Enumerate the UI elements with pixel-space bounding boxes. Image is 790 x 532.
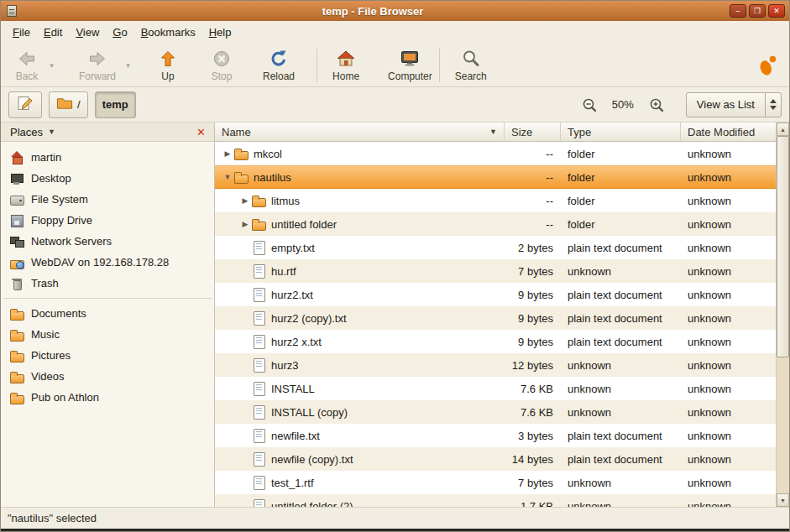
menu-file[interactable]: File	[6, 23, 37, 42]
location-bar: / temp 50% View as List	[1, 87, 789, 123]
file-row-mkcol[interactable]: ▶mkcol--folderunknown	[215, 142, 776, 165]
titlebar[interactable]: temp - File Browser – ❐ ✕	[1, 1, 789, 21]
file-modified: unknown	[681, 189, 776, 212]
sidebar-item-videos[interactable]: Videos	[1, 366, 214, 387]
content-area: Places ▼ ✕ martinDesktopFile SystemFlopp…	[1, 123, 789, 507]
file-name: empty.txt	[271, 242, 315, 254]
places-header: Places ▼ ✕	[1, 123, 214, 142]
expand-expander-icon[interactable]: ▶	[238, 220, 252, 228]
file-modified: unknown	[681, 259, 776, 283]
text-file-icon	[252, 429, 266, 442]
sidebar-item-label: Network Servers	[31, 235, 112, 248]
text-file-icon	[252, 499, 266, 507]
scroll-up-button[interactable]: ▲	[777, 123, 789, 136]
zoom-in-button[interactable]	[646, 96, 667, 113]
menu-view[interactable]: View	[69, 23, 106, 42]
file-row-newfile-txt[interactable]: newfile.txt3 bytesplain text documentunk…	[215, 424, 776, 447]
file-name: untitled folder (2)	[271, 500, 353, 508]
text-file-icon	[252, 241, 266, 254]
places-dropdown[interactable]: Places ▼	[7, 125, 59, 139]
file-row-litmus[interactable]: ▶litmus--folderunknown	[215, 189, 776, 212]
root-path-label: /	[77, 98, 81, 111]
window-title: temp - File Browser	[18, 5, 727, 18]
places-sidebar: Places ▼ ✕ martinDesktopFile SystemFlopp…	[1, 123, 215, 507]
close-button[interactable]: ✕	[768, 4, 785, 18]
scrollbar-thumb[interactable]	[777, 136, 789, 357]
toggle-location-entry-button[interactable]	[8, 91, 42, 118]
file-name: INSTALL (copy)	[271, 406, 348, 419]
file-row-empty-txt[interactable]: empty.txt2 bytesplain text documentunkno…	[215, 236, 776, 259]
file-type: folder	[561, 166, 681, 188]
file-size: 1.7 KB	[505, 494, 561, 507]
file-size: --	[505, 212, 561, 236]
menu-bookmarks[interactable]: Bookmarks	[134, 23, 202, 42]
file-browser-window: temp - File Browser – ❐ ✕ FileEditViewGo…	[0, 0, 790, 532]
file-type: unknown	[561, 400, 681, 424]
view-mode-dropdown[interactable]: View as List	[686, 92, 782, 117]
file-row-hurz2-copy-txt[interactable]: hurz2 (copy).txt9 bytesplain text docume…	[215, 306, 776, 330]
column-header-size[interactable]: Size	[505, 123, 561, 142]
file-modified: unknown	[681, 447, 776, 471]
reload-button[interactable]: Reload	[256, 47, 301, 84]
sidebar-item-file-system[interactable]: File System	[1, 189, 214, 210]
file-row-hurz2-x-txt[interactable]: hurz2 x.txt9 bytesplain text documentunk…	[215, 330, 776, 353]
file-row-untitled-folder[interactable]: ▶untitled folder--folderunknown	[215, 212, 776, 236]
sidebar-item-desktop[interactable]: Desktop	[1, 168, 214, 189]
file-row-hu-rtf[interactable]: hu.rtf7 bytesunknownunknown	[215, 259, 776, 283]
vertical-scrollbar[interactable]: ▲ ▼	[776, 123, 789, 507]
menu-help[interactable]: Help	[202, 23, 238, 42]
column-header-type[interactable]: Type	[561, 123, 681, 142]
maximize-button[interactable]: ❐	[749, 4, 766, 18]
file-modified: unknown	[681, 166, 776, 188]
sidebar-item-pictures[interactable]: Pictures	[1, 345, 214, 366]
sidebar-item-webdav-on-192-168-178-28[interactable]: WebDAV on 192.168.178.28	[1, 252, 214, 273]
file-row-nautilus[interactable]: ▼nautilus--folderunknown	[215, 165, 776, 189]
scroll-down-button[interactable]: ▼	[777, 493, 789, 507]
window-menu-icon[interactable]	[5, 4, 18, 18]
statusbar: "nautilus" selected	[1, 507, 789, 529]
sidebar-item-music[interactable]: Music	[1, 324, 214, 345]
computer-button[interactable]: Computer	[381, 47, 439, 84]
file-row-test-1-rtf[interactable]: test_1.rtf7 bytesunknownunknown	[215, 471, 776, 494]
text-file-icon	[252, 405, 266, 419]
file-row-newfile-copy-txt[interactable]: newfile (copy).txt14 bytesplain text doc…	[215, 447, 776, 471]
sidebar-item-martin[interactable]: martin	[1, 147, 214, 168]
expand-expander-icon[interactable]: ▶	[221, 149, 234, 158]
up-button[interactable]: Up	[149, 47, 187, 84]
file-name: hurz2.txt	[271, 289, 313, 301]
sidebar-item-label: Desktop	[31, 172, 71, 185]
file-row-untitled-folder-2-[interactable]: untitled folder (2)1.7 KBunknownunknown	[215, 494, 776, 507]
home-button[interactable]: Home	[326, 47, 366, 84]
file-row-install[interactable]: INSTALL7.6 KBunknownunknown	[215, 377, 776, 400]
close-sidebar-button[interactable]: ✕	[194, 126, 208, 138]
expand-expander-icon[interactable]: ▶	[238, 196, 252, 205]
sidebar-item-floppy-drive[interactable]: Floppy Drive	[1, 210, 214, 231]
collapse-expander-icon[interactable]: ▼	[221, 173, 234, 181]
minimize-button[interactable]: –	[730, 4, 746, 18]
current-folder-button[interactable]: temp	[95, 91, 136, 118]
sidebar-item-pub-on-athlon[interactable]: Pub on Athlon	[1, 387, 214, 408]
file-row-hurz2-txt[interactable]: hurz2.txt9 bytesplain text documentunkno…	[215, 283, 776, 306]
zoom-out-button[interactable]	[578, 96, 600, 113]
file-row-install-copy-[interactable]: INSTALL (copy)7.6 KBunknownunknown	[215, 400, 776, 424]
file-name: hurz2 x.txt	[271, 336, 322, 348]
root-folder-button[interactable]: /	[49, 91, 88, 118]
sidebar-item-label: Floppy Drive	[31, 214, 92, 227]
sidebar-item-label: WebDAV on 192.168.178.28	[31, 256, 169, 269]
file-name: hurz2 (copy).txt	[271, 312, 347, 325]
desktop-icon	[10, 172, 24, 185]
file-modified: unknown	[681, 283, 776, 306]
back-arrow-icon	[17, 49, 37, 70]
sidebar-item-documents[interactable]: Documents	[1, 303, 214, 324]
column-header-name[interactable]: Name ▼	[215, 123, 505, 142]
sidebar-item-trash[interactable]: Trash	[1, 273, 214, 294]
menu-go[interactable]: Go	[106, 23, 133, 42]
file-size: --	[505, 189, 561, 212]
menu-edit[interactable]: Edit	[37, 23, 69, 42]
scrollbar-track[interactable]	[777, 136, 789, 493]
sidebar-item-network-servers[interactable]: Network Servers	[1, 231, 214, 252]
file-row-hurz3[interactable]: hurz312 bytesunknownunknown	[215, 353, 776, 377]
home-icon	[10, 151, 24, 164]
search-button[interactable]: Search	[448, 47, 494, 84]
column-header-date-modified[interactable]: Date Modified	[681, 123, 776, 142]
